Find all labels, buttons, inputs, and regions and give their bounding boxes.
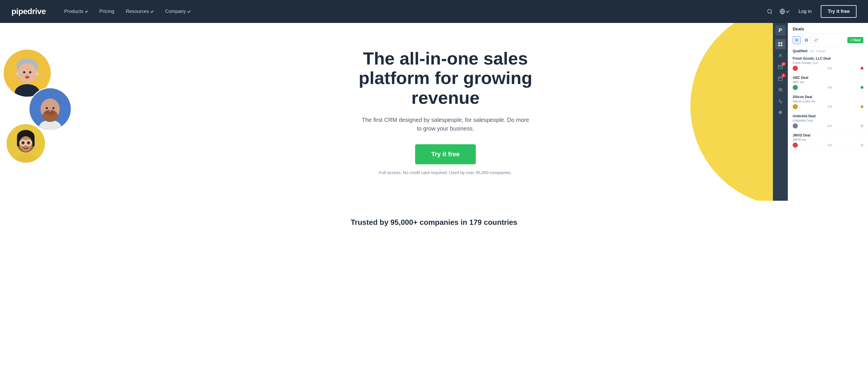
svg-rect-56 xyxy=(805,40,806,41)
crm-status-indicator xyxy=(861,124,863,127)
navbar: pipedrive Products Pricing Resources Com… xyxy=(0,0,868,23)
hero-content: The all-in-one sales platform for growin… xyxy=(0,32,868,192)
crm-deal-item[interactable]: Silicon Deal Silicon Links Inc 0 € xyxy=(788,93,868,112)
crm-status-indicator xyxy=(861,144,863,146)
crm-section-qualified: Qualified · 0 € · 5 deals xyxy=(788,47,868,54)
hero-fine-print: Full access. No credit card required. Us… xyxy=(379,170,512,175)
trusted-title: Trusted by 95,000+ companies in 179 coun… xyxy=(6,218,862,227)
hero-subtext: The first CRM designed by salespeople, f… xyxy=(360,116,531,133)
svg-point-49 xyxy=(781,89,782,90)
crm-status-indicator xyxy=(861,67,863,70)
crm-add-deal-button[interactable]: + Deal xyxy=(847,37,863,43)
crm-nav-calendar-icon[interactable]: 1 xyxy=(775,74,785,84)
svg-line-1 xyxy=(771,12,772,14)
crm-list-view-button[interactable] xyxy=(793,36,801,44)
crm-nav-settings-icon[interactable] xyxy=(775,108,785,118)
crm-nav-panel: P 17 1 xyxy=(773,23,788,201)
svg-rect-38 xyxy=(778,42,780,44)
crm-status-indicator xyxy=(861,105,863,108)
nav-pricing[interactable]: Pricing xyxy=(95,6,119,17)
svg-point-48 xyxy=(779,88,781,90)
svg-rect-54 xyxy=(805,39,806,40)
crm-nav-mail-icon[interactable]: 17 xyxy=(775,62,785,72)
crm-refresh-button[interactable] xyxy=(812,36,820,44)
try-free-hero-button[interactable]: Try it free xyxy=(415,144,475,164)
svg-point-42 xyxy=(779,54,781,56)
hero-headline: The all-in-one sales platform for growin… xyxy=(334,49,557,108)
crm-header: Deals xyxy=(788,23,868,34)
hero-section: The all-in-one sales platform for growin… xyxy=(0,23,868,201)
language-selector[interactable] xyxy=(779,9,789,14)
chevron-down-icon xyxy=(786,9,789,12)
svg-rect-52 xyxy=(796,40,798,40)
crm-nav-people-icon[interactable] xyxy=(775,85,785,95)
crm-nav-contacts-icon[interactable] xyxy=(775,51,785,61)
login-button[interactable]: Log in xyxy=(794,6,816,17)
nav-company[interactable]: Company xyxy=(160,6,195,17)
svg-rect-41 xyxy=(781,45,782,46)
svg-rect-44 xyxy=(778,77,782,81)
svg-rect-57 xyxy=(807,40,808,41)
crm-logo-icon: P xyxy=(775,25,785,35)
nav-resources[interactable]: Resources xyxy=(121,6,158,17)
crm-nav-pipeline-icon[interactable] xyxy=(775,39,785,49)
crm-toolbar: + Deal xyxy=(788,34,868,47)
crm-deal-item[interactable]: Fresh Goods, LLC Deal Fresh Goods, LLC 0… xyxy=(788,54,868,74)
logo[interactable]: pipedrive xyxy=(11,7,46,16)
svg-rect-55 xyxy=(807,39,808,40)
try-free-nav-button[interactable]: Try it free xyxy=(821,5,857,18)
nav-products[interactable]: Products xyxy=(60,6,93,17)
crm-main-panel: Deals + Deal Qualified · 0 € · 5 deals xyxy=(788,23,868,201)
trusted-section: Trusted by 95,000+ companies in 179 coun… xyxy=(0,201,868,238)
crm-title: Deals xyxy=(793,26,804,31)
crm-deal-item[interactable]: ABC Deal ABC Inc 0 € xyxy=(788,74,868,93)
chevron-down-icon xyxy=(187,9,190,12)
crm-status-indicator xyxy=(861,86,863,89)
crm-deal-item[interactable]: Umbrella Deal Umbrella Corp 0 € xyxy=(788,112,868,131)
crm-deal-item[interactable]: JMVD Deal JMVD Inc 0 € xyxy=(788,131,868,150)
crm-nav-stats-icon[interactable] xyxy=(775,96,785,107)
svg-rect-51 xyxy=(796,39,798,39)
crm-grid-view-button[interactable] xyxy=(802,36,810,44)
search-button[interactable] xyxy=(765,6,775,17)
nav-right: Log in Try it free xyxy=(765,5,857,18)
svg-rect-39 xyxy=(781,42,782,44)
nav-links: Products Pricing Resources Company xyxy=(60,6,765,17)
chevron-down-icon xyxy=(151,9,154,12)
svg-rect-40 xyxy=(778,45,780,46)
svg-rect-53 xyxy=(796,41,798,41)
chevron-down-icon xyxy=(85,9,88,12)
crm-mockup: P 17 1 xyxy=(773,23,868,201)
